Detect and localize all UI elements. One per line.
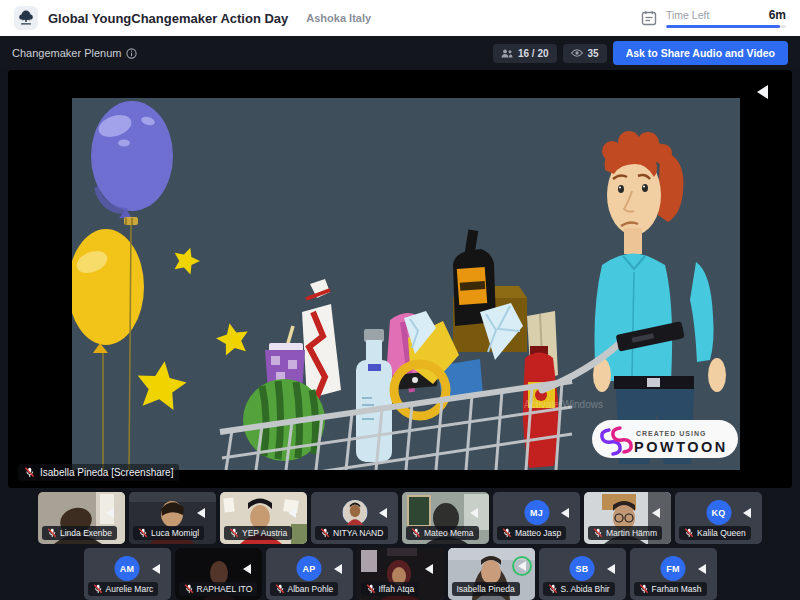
mic-muted-icon <box>184 584 194 594</box>
time-left-value: 6m <box>769 8 786 22</box>
participant-tile-s-abida-bhir[interactable]: SB S. Abida Bhir <box>539 548 626 600</box>
participant-volume-icon[interactable] <box>555 503 575 523</box>
participant-avatar: AM <box>115 556 140 581</box>
mic-muted-icon <box>93 584 103 594</box>
participant-volume-icon[interactable] <box>737 503 757 523</box>
participant-volume-icon[interactable] <box>146 559 166 579</box>
watermark-small-text: CREATED USING <box>636 430 706 437</box>
mic-muted-icon <box>548 584 558 594</box>
info-icon[interactable] <box>126 48 137 59</box>
mic-muted-icon <box>138 528 148 538</box>
event-subtitle: Ashoka Italy <box>306 12 371 24</box>
people-icon <box>501 49 513 58</box>
participant-tile-isabella-pineda[interactable]: Isabella Pineda <box>448 548 535 600</box>
participant-volume-icon[interactable] <box>512 556 532 576</box>
participant-avatar: FM <box>661 556 686 581</box>
participant-name-pill: Aurelie Marc <box>88 582 159 596</box>
toolbar-right: 16 / 20 35 Ask to Share Audio and Video <box>493 41 788 65</box>
room-title-group: Changemaker Plenum <box>12 47 137 59</box>
participant-name: Iffah Atqa <box>379 584 415 594</box>
participants-row-2: AM Aurelie Marc RAPHAEL ITO <box>0 548 800 600</box>
mic-muted-icon <box>47 528 57 538</box>
time-left-widget: Time Left 6m <box>641 8 786 29</box>
participant-name-pill: Isabella Pineda <box>452 582 520 596</box>
participant-name: NITYA NAND <box>333 528 383 538</box>
mic-muted-icon <box>502 528 512 538</box>
mic-muted-icon <box>411 528 421 538</box>
participant-name-pill: YEP Austria <box>224 526 292 540</box>
participant-tile-aurelie-marc[interactable]: AM Aurelie Marc <box>84 548 171 600</box>
page-title: Global YoungChangemaker Action Day <box>48 11 288 26</box>
app-root: Global YoungChangemaker Action Day Ashok… <box>0 0 800 600</box>
eye-icon <box>571 49 583 57</box>
participant-volume-icon[interactable] <box>191 503 211 523</box>
ashoka-logo-icon <box>14 6 38 30</box>
participant-name-pill: Alban Pohle <box>270 582 339 596</box>
participant-volume-icon[interactable] <box>646 503 666 523</box>
participant-tile-nitya-nand[interactable]: NITYA NAND <box>311 492 398 544</box>
participant-volume-icon[interactable] <box>100 503 120 523</box>
participant-volume-icon[interactable] <box>419 559 439 579</box>
participant-name: Mateo Mema <box>424 528 474 538</box>
participant-name-pill: NITYA NAND <box>315 526 388 540</box>
watermark-brand-text: POWTOON <box>634 439 728 455</box>
participant-name: Martin Hämm <box>606 528 657 538</box>
participant-tile-martin-h-mm[interactable]: Martin Hämm <box>584 492 671 544</box>
participant-name: RAPHAEL ITO <box>197 584 253 594</box>
tree-icon <box>17 9 35 27</box>
participant-volume-icon[interactable] <box>328 559 348 579</box>
participants-count-badge[interactable]: 16 / 20 <box>493 44 557 63</box>
mic-muted-icon <box>593 528 603 538</box>
mic-muted-icon <box>684 528 694 538</box>
participant-name: Linda Exenbe <box>60 528 112 538</box>
powtoon-animation: Activate Windows CREATED USING POWTOON <box>72 98 740 470</box>
viewers-count: 35 <box>588 48 599 59</box>
ask-to-share-button[interactable]: Ask to Share Audio and Video <box>613 41 788 65</box>
participant-tile-yep-austria[interactable]: YEP Austria <box>220 492 307 544</box>
participant-tile-kalila-queen[interactable]: KQ Kalila Queen <box>675 492 762 544</box>
header: Global YoungChangemaker Action Day Ashok… <box>0 0 800 36</box>
room-title: Changemaker Plenum <box>12 47 121 59</box>
participant-name: Farhan Mash <box>652 584 702 594</box>
viewers-count-badge[interactable]: 35 <box>563 44 607 63</box>
screenshare-label: Isabella Pineda [Screenshare] <box>18 464 179 481</box>
participant-volume-icon[interactable] <box>464 503 484 523</box>
participant-tile-iffah-atqa[interactable]: Iffah Atqa <box>357 548 444 600</box>
participant-tile-matteo-jasp[interactable]: MJ Matteo Jasp <box>493 492 580 544</box>
activate-windows-overlay: Activate Windows <box>524 399 603 410</box>
participant-volume-icon[interactable] <box>601 559 621 579</box>
participant-volume-icon[interactable] <box>282 503 302 523</box>
participant-volume-icon[interactable] <box>692 559 712 579</box>
mic-muted-icon <box>24 467 35 478</box>
participant-avatar: SB <box>570 556 595 581</box>
participant-name-pill: Kalila Queen <box>679 526 751 540</box>
time-progress-bar <box>666 25 786 29</box>
participant-name-pill: Luca Momigl <box>133 526 204 540</box>
participant-name: Alban Pohle <box>288 584 334 594</box>
participant-tile-raphael-ito[interactable]: RAPHAEL ITO <box>175 548 262 600</box>
participant-name-pill: Linda Exenbe <box>42 526 117 540</box>
participant-avatar: AP <box>297 556 322 581</box>
participant-name: Isabella Pineda <box>457 584 515 594</box>
participant-name: Kalila Queen <box>697 528 746 538</box>
participant-tile-linda-exenbe[interactable]: Linda Exenbe <box>38 492 125 544</box>
screenshare-container[interactable]: Activate Windows CREATED USING POWTOON I… <box>8 70 792 488</box>
participant-volume-icon[interactable] <box>237 559 257 579</box>
mic-muted-icon <box>366 584 376 594</box>
participant-tile-farhan-mash[interactable]: FM Farhan Mash <box>630 548 717 600</box>
participant-name-pill: Mateo Mema <box>406 526 479 540</box>
participant-tile-luca-momigl[interactable]: Luca Momigl <box>129 492 216 544</box>
participant-name: YEP Austria <box>242 528 287 538</box>
participant-volume-icon[interactable] <box>373 503 393 523</box>
volume-icon[interactable] <box>757 85 768 99</box>
participant-tile-mateo-mema[interactable]: Mateo Mema <box>402 492 489 544</box>
mic-muted-icon <box>229 528 239 538</box>
participant-name-pill: Matteo Jasp <box>497 526 566 540</box>
participant-avatar: MJ <box>524 500 549 525</box>
participant-name: Matteo Jasp <box>515 528 561 538</box>
stage-toolbar: Changemaker Plenum 16 / 20 <box>0 36 800 70</box>
participant-tile-alban-pohle[interactable]: AP Alban Pohle <box>266 548 353 600</box>
time-progress-fill <box>666 25 780 29</box>
mic-muted-icon <box>320 528 330 538</box>
participant-name: Luca Momigl <box>151 528 199 538</box>
